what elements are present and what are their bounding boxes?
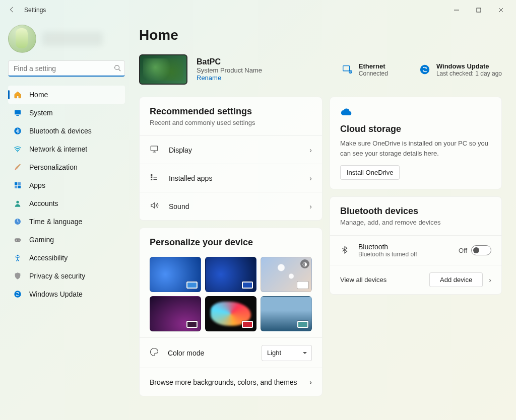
nav-network[interactable]: Network & internet [8, 140, 125, 158]
svg-rect-22 [151, 177, 152, 178]
sidebar: Home System Bluetooth & devices Network … [0, 20, 130, 420]
svg-rect-0 [477, 8, 481, 12]
update-sub: Last checked: 1 day ago [436, 70, 502, 77]
personalize-title: Personalize your device [150, 237, 312, 248]
bluetooth-toggle-row: Bluetooth Bluetooth is turned off Off [330, 235, 501, 265]
svg-point-16 [14, 291, 21, 297]
theme-option-5[interactable] [205, 296, 256, 331]
device-header: BatPC System Product Name Rename Etherne… [139, 54, 502, 85]
palette-icon [150, 347, 160, 358]
profile-name-redacted [42, 32, 103, 46]
nav-list: Home System Bluetooth & devices Network … [8, 86, 125, 303]
update-icon [418, 63, 431, 76]
cloud-desc: Make sure OneDrive is installed on your … [340, 138, 491, 158]
nav-personalization[interactable]: Personalization [8, 158, 125, 176]
person-icon [13, 199, 22, 208]
nav-accessibility[interactable]: Accessibility [8, 249, 125, 267]
nav-apps[interactable]: Apps [8, 176, 125, 194]
svg-rect-7 [18, 182, 21, 185]
view-all-devices-link[interactable]: View all devices [340, 276, 429, 284]
svg-rect-9 [18, 186, 21, 188]
nav-label: Personalization [29, 163, 78, 171]
bluetooth-icon [340, 245, 350, 256]
bt-row-title: Bluetooth [358, 243, 459, 251]
bluetooth-title: Bluetooth devices [340, 206, 491, 217]
search-input[interactable] [8, 60, 125, 77]
nav-gaming[interactable]: Gaming [8, 231, 125, 249]
search-box[interactable] [8, 60, 125, 77]
bluetooth-icon [13, 126, 22, 135]
recommended-card: Recommended settings Recent and commonly… [139, 97, 322, 221]
color-mode-select[interactable]: Light [262, 345, 312, 361]
apps-icon [13, 181, 22, 190]
cloud-title: Cloud storage [340, 124, 491, 134]
color-mode-row: Color mode Light [140, 337, 322, 368]
selected-indicator-icon: ◑ [300, 259, 309, 268]
nav-system[interactable]: System [8, 104, 125, 122]
browse-label: Browse more backgrounds, colors, and the… [150, 378, 309, 386]
theme-option-2[interactable] [205, 257, 256, 292]
chevron-right-icon[interactable]: › [489, 276, 491, 284]
theme-option-6[interactable] [261, 296, 312, 331]
bluetooth-card: Bluetooth devices Manage, add, and remov… [330, 196, 502, 295]
profile-block[interactable] [8, 24, 125, 53]
device-thumbnail[interactable] [139, 54, 187, 85]
bt-row-sub: Bluetooth is turned off [358, 251, 459, 258]
nav-update[interactable]: Windows Update [8, 285, 125, 303]
avatar [8, 25, 36, 53]
nav-accounts[interactable]: Accounts [8, 194, 125, 213]
svg-point-19 [420, 65, 429, 74]
nav-label: Privacy & security [29, 272, 85, 280]
svg-rect-12 [15, 238, 21, 242]
search-icon [114, 64, 121, 73]
theme-option-1[interactable] [150, 257, 201, 292]
setting-installed-apps[interactable]: Installed apps › [140, 164, 322, 192]
device-name: BatPC [197, 57, 262, 66]
nav-privacy[interactable]: Privacy & security [8, 267, 125, 285]
bluetooth-toggle[interactable] [471, 245, 491, 255]
svg-point-5 [17, 151, 18, 152]
recommended-title: Recommended settings [150, 106, 312, 117]
nav-time[interactable]: Time & language [8, 213, 125, 231]
svg-rect-2 [15, 110, 21, 115]
browse-more-row[interactable]: Browse more backgrounds, colors, and the… [140, 368, 322, 396]
personalize-card: Personalize your device ◑ Color mode Lig… [139, 228, 322, 396]
close-button[interactable] [490, 3, 512, 18]
chevron-right-icon: › [309, 174, 312, 182]
theme-option-4[interactable] [150, 296, 201, 331]
ethernet-title: Ethernet [359, 62, 388, 70]
ethernet-status[interactable]: Ethernet Connected [341, 62, 388, 77]
color-mode-label: Color mode [168, 349, 262, 357]
setting-display[interactable]: Display › [140, 135, 322, 164]
svg-rect-20 [151, 146, 158, 151]
globe-clock-icon [13, 217, 22, 226]
nav-label: Home [29, 91, 48, 99]
svg-point-13 [16, 240, 17, 241]
minimize-button[interactable] [445, 3, 468, 18]
nav-label: Gaming [29, 236, 54, 244]
nav-label: Time & language [29, 218, 82, 226]
setting-label: Display [169, 146, 309, 154]
theme-option-3[interactable]: ◑ [261, 257, 312, 292]
update-status[interactable]: Windows Update Last checked: 1 day ago [418, 62, 502, 77]
install-onedrive-button[interactable]: Install OneDrive [340, 165, 400, 180]
cloud-icon [340, 106, 491, 120]
svg-rect-3 [16, 115, 19, 116]
titlebar: Settings [0, 0, 516, 20]
sound-icon [150, 201, 160, 212]
bluetooth-footer: View all devices Add device › [330, 265, 501, 294]
nav-bluetooth[interactable]: Bluetooth & devices [8, 122, 125, 140]
theme-grid: ◑ [140, 257, 322, 337]
device-product: System Product Name [197, 66, 262, 74]
nav-home[interactable]: Home [8, 86, 125, 104]
rename-link[interactable]: Rename [197, 74, 262, 82]
nav-label: Network & internet [29, 145, 87, 153]
maximize-button[interactable] [468, 3, 490, 18]
svg-rect-23 [151, 179, 152, 180]
add-device-button[interactable]: Add device [429, 272, 483, 287]
home-icon [13, 90, 22, 99]
setting-sound[interactable]: Sound › [140, 192, 322, 220]
chevron-right-icon: › [309, 202, 312, 211]
back-button[interactable] [4, 6, 20, 15]
window-title: Settings [24, 7, 46, 14]
